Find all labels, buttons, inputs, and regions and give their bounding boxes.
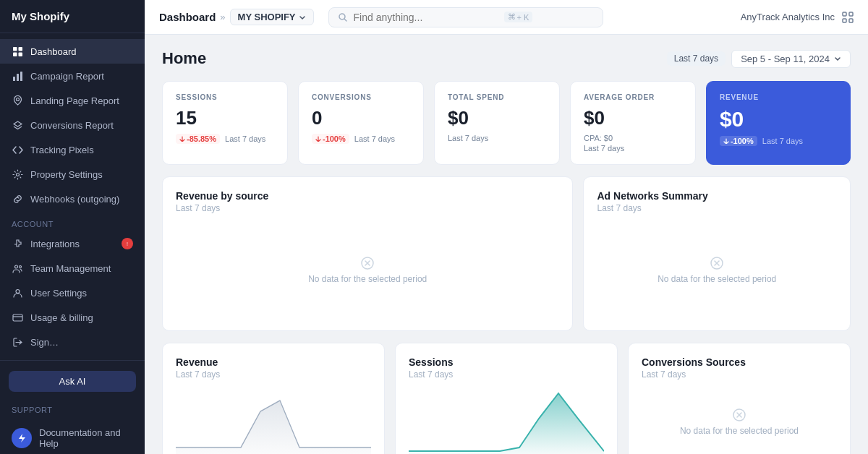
- sidebar-item-campaign-report[interactable]: Campaign Report: [0, 64, 145, 88]
- revenue-chart-card: Revenue Last 7 days: [162, 343, 385, 454]
- charts-row: Revenue by source Last 7 days No data fo…: [162, 176, 851, 331]
- sidebar-bottom: Ask AI Support Documentation and Help: [0, 360, 145, 454]
- metric-card-sessions: SESSIONS 15 -85.85% Last 7 days: [162, 81, 288, 165]
- sidebar-item-webhooks[interactable]: Webhooks (outgoing): [0, 187, 145, 211]
- sidebar-item-label: Integrations: [30, 239, 80, 249]
- sidebar-item-label: Property Settings: [30, 169, 103, 180]
- sidebar-item-label: Landing Page Report: [30, 95, 119, 106]
- property-selector[interactable]: MY SHOPIFY: [230, 9, 314, 25]
- revenue-by-source-card: Revenue by source Last 7 days No data fo…: [162, 176, 573, 331]
- metric-sub: -100% Last 7 days: [720, 136, 837, 146]
- revenue-mini-chart: [176, 390, 371, 454]
- svg-text:!: !: [127, 241, 128, 247]
- date-range-picker[interactable]: Sep 5 - Sep 11, 2024: [731, 50, 851, 68]
- metric-change: -100%: [312, 134, 349, 144]
- sidebar-item-user-settings[interactable]: User Settings: [0, 280, 145, 305]
- credit-card-icon: [12, 312, 23, 323]
- date-filter: Last 7 days Sep 5 - Sep 11, 2024: [667, 50, 851, 68]
- svg-rect-14: [13, 314, 22, 321]
- svg-rect-6: [20, 72, 22, 81]
- svg-rect-5: [17, 74, 19, 81]
- page-content: Home Last 7 days Sep 5 - Sep 11, 2024 SE…: [145, 35, 868, 454]
- empty-text: No data for the selected period: [658, 274, 776, 284]
- sidebar-item-team-management[interactable]: Team Management: [0, 256, 145, 280]
- chart-empty-state: No data for the selected period: [642, 390, 837, 454]
- topbar: Dashboard » MY SHOPIFY ⌘ + K AnyTrack An…: [145, 0, 868, 35]
- metric-sub: Last 7 days: [448, 134, 546, 142]
- sidebar-item-usage-billing[interactable]: Usage & billing: [0, 305, 145, 330]
- map-pin-icon: [12, 95, 23, 106]
- sidebar-support-section: Support: [0, 396, 145, 421]
- user-icon: [12, 287, 23, 299]
- sidebar-brand: My Shopify: [0, 0, 145, 33]
- chart-subtitle: Last 7 days: [176, 369, 371, 380]
- chevron-down-icon: [834, 55, 841, 62]
- docs-label: Documentation and Help: [39, 427, 133, 449]
- sidebar-item-property-settings[interactable]: Property Settings: [0, 162, 145, 187]
- sidebar: My Shopify Dashboard Campaign Report Lan…: [0, 0, 145, 454]
- sidebar-item-tracking-pixels[interactable]: Tracking Pixels: [0, 137, 145, 162]
- users-icon: [12, 262, 23, 274]
- lightning-icon: [12, 428, 32, 448]
- expand-icon[interactable]: [842, 12, 854, 23]
- integrations-badge: !: [122, 238, 133, 249]
- chart-empty-state: No data for the selected period: [597, 223, 837, 317]
- metric-cpa: CPA: $0: [584, 134, 682, 142]
- breadcrumb-home[interactable]: Dashboard: [159, 11, 216, 23]
- metric-card-total-spend: TOTAL SPEND $0 Last 7 days: [434, 81, 560, 165]
- metric-card-average-order: AVERAGE ORDER $0 CPA: $0 Last 7 days: [570, 81, 696, 165]
- code-icon: [12, 144, 23, 155]
- metric-value: $0: [720, 107, 837, 132]
- sidebar-item-label: Webhooks (outgoing): [30, 194, 119, 205]
- empty-text: No data for the selected period: [308, 274, 427, 284]
- svg-point-13: [16, 289, 20, 293]
- svg-point-12: [19, 265, 21, 267]
- search-input-wrapper[interactable]: ⌘ + K: [328, 7, 603, 27]
- sessions-chart-svg: [409, 390, 604, 454]
- metric-change: -100%: [720, 136, 757, 146]
- metric-value: $0: [448, 107, 546, 129]
- support-label: Support: [12, 403, 52, 414]
- sidebar-item-docs[interactable]: Documentation and Help: [0, 421, 145, 454]
- metric-value: 0: [312, 107, 410, 129]
- metric-sub: -100% Last 7 days: [312, 134, 410, 144]
- sidebar-nav: Dashboard Campaign Report Landing Page R…: [0, 33, 145, 360]
- sidebar-item-integrations[interactable]: Integrations !: [0, 231, 145, 256]
- svg-rect-0: [13, 47, 17, 51]
- chart-empty-state: No data for the selected period: [176, 223, 559, 317]
- svg-point-11: [14, 265, 17, 268]
- date-label[interactable]: Last 7 days: [667, 51, 726, 66]
- topbar-right: AnyTrack Analytics Inc: [741, 12, 854, 23]
- search-bar: ⌘ + K: [328, 7, 603, 27]
- log-out-icon: [12, 336, 23, 348]
- chevron-down-icon: [299, 14, 306, 21]
- sidebar-item-label: Tracking Pixels: [30, 145, 94, 155]
- sidebar-item-signout[interactable]: Sign…: [0, 330, 145, 354]
- chart-subtitle: Last 7 days: [176, 203, 559, 213]
- content-header: Home Last 7 days Sep 5 - Sep 11, 2024: [162, 49, 851, 68]
- sidebar-item-conversions-report[interactable]: Conversions Report: [0, 113, 145, 137]
- no-data-icon: [733, 408, 746, 421]
- arrow-down-icon: [179, 136, 185, 142]
- metric-card-conversions: CONVERSIONS 0 -100% Last 7 days: [298, 81, 424, 165]
- search-input[interactable]: [354, 12, 498, 23]
- chart-title: Revenue by source: [176, 190, 559, 202]
- metric-label: CONVERSIONS: [312, 93, 410, 101]
- conversions-sources-card: Conversions Sources Last 7 days No data …: [628, 343, 851, 454]
- settings-icon: [12, 168, 23, 180]
- sidebar-item-label: Campaign Report: [30, 71, 104, 82]
- svg-rect-4: [13, 77, 15, 81]
- main-content: Dashboard » MY SHOPIFY ⌘ + K AnyTrack An…: [145, 0, 868, 454]
- bar-chart-icon: [12, 70, 23, 82]
- sidebar-item-landing-page-report[interactable]: Landing Page Report: [0, 88, 145, 113]
- ask-ai-button[interactable]: Ask AI: [9, 371, 136, 392]
- account-section-label: Account: [0, 211, 145, 231]
- svg-point-7: [16, 98, 19, 100]
- metric-value: 15: [176, 107, 274, 129]
- sidebar-item-dashboard[interactable]: Dashboard: [0, 39, 145, 64]
- svg-rect-3: [18, 52, 22, 56]
- svg-point-8: [16, 173, 19, 176]
- metric-label: SESSIONS: [176, 93, 274, 101]
- bottom-row: Revenue Last 7 days: [162, 343, 851, 454]
- sidebar-item-label: Dashboard: [30, 46, 77, 57]
